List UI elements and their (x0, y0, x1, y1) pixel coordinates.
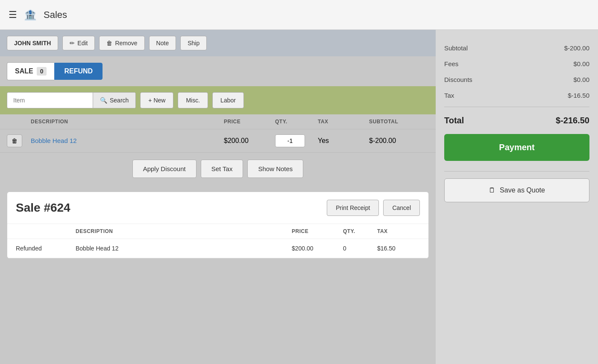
save-quote-label: Save as Quote (500, 186, 545, 194)
sale-table-row: Refunded Bobble Head 12 $200.00 0 $16.50 (7, 239, 428, 258)
refund-tab[interactable]: REFUND (54, 63, 103, 80)
total-value: $-216.50 (556, 116, 589, 125)
subtotal-label: Subtotal (444, 44, 468, 52)
customer-name-button[interactable]: JOHN SMITH (7, 36, 58, 50)
bottom-actions: Apply Discount Set Tax Show Notes (0, 153, 436, 185)
sale-row-status: Refunded (16, 245, 76, 252)
item-price: $200.00 (224, 137, 275, 145)
sale-row-price: $200.00 (292, 245, 343, 252)
sale-info-header: Sale #624 Print Receipt Cancel (7, 192, 428, 224)
table-header: DESCRIPTION PRICE QTY. TAX SUBTOTAL (0, 114, 436, 129)
search-icon: 🔍 (100, 97, 107, 104)
fees-value: $0.00 (573, 60, 589, 67)
misc-button[interactable]: Misc. (178, 92, 208, 108)
discounts-label: Discounts (444, 76, 472, 83)
fees-label: Fees (444, 60, 458, 67)
save-quote-button[interactable]: 🗒 Save as Quote (444, 178, 589, 202)
customer-bar: JOHN SMITH ✏ Edit 🗑 Remove Note Ship (0, 30, 436, 56)
discounts-value: $0.00 (573, 76, 589, 83)
sale-table-header: DESCRIPTION PRICE QTY. TAX (7, 224, 428, 239)
item-search-bar: 🔍 Search + New Misc. Labor (0, 86, 436, 114)
hamburger-icon[interactable]: ☰ (9, 9, 17, 20)
sale-refund-bar: SALE 0 REFUND (0, 56, 436, 86)
items-section: DESCRIPTION PRICE QTY. TAX SUBTOTAL 🗑 Bo… (0, 114, 436, 153)
search-button[interactable]: 🔍 Search (93, 93, 135, 108)
item-tax: Yes (318, 137, 369, 145)
new-button[interactable]: + New (140, 92, 173, 108)
payment-button[interactable]: Payment (444, 134, 589, 161)
item-input-group: 🔍 Search (7, 92, 136, 108)
print-receipt-button[interactable]: Print Receipt (327, 200, 379, 216)
app-logo-icon: 🏦 (24, 9, 37, 21)
labor-button[interactable]: Labor (212, 92, 244, 108)
item-input[interactable] (7, 93, 93, 108)
note-button[interactable]: Note (149, 36, 176, 50)
app-title: Sales (44, 9, 67, 20)
remove-button[interactable]: 🗑 Remove (99, 36, 144, 50)
total-label: Total (444, 116, 464, 125)
item-description-link[interactable]: Bobble Head 12 (31, 137, 77, 144)
sale-row-tax: $16.50 (377, 245, 420, 252)
subtotal-row: Subtotal $-200.00 (444, 40, 589, 56)
save-quote-divider (444, 171, 589, 172)
show-notes-button[interactable]: Show Notes (247, 160, 303, 178)
tax-label: Tax (444, 92, 454, 99)
edit-icon: ✏ (70, 40, 75, 47)
cancel-button[interactable]: Cancel (383, 200, 420, 216)
sale-actions: Print Receipt Cancel (327, 200, 420, 216)
qty-input[interactable] (275, 134, 305, 147)
main-layout: JOHN SMITH ✏ Edit 🗑 Remove Note Ship SAL… (0, 30, 598, 364)
top-bar: ☰ 🏦 Sales (0, 0, 598, 30)
trash-icon: 🗑 (106, 40, 112, 47)
total-row: Total $-216.50 (444, 111, 589, 134)
item-subtotal: $-200.00 (369, 137, 429, 145)
row-delete-button[interactable]: 🗑 (7, 134, 22, 147)
sale-row-description: Bobble Head 12 (76, 245, 292, 252)
sale-row-qty: 0 (343, 245, 377, 252)
tax-value: $-16.50 (568, 92, 589, 99)
edit-button[interactable]: ✏ Edit (62, 36, 95, 50)
ship-button[interactable]: Ship (180, 36, 207, 50)
summary-divider (444, 107, 589, 107)
quote-icon: 🗒 (489, 186, 495, 194)
left-panel: JOHN SMITH ✏ Edit 🗑 Remove Note Ship SAL… (0, 30, 436, 364)
set-tax-button[interactable]: Set Tax (201, 160, 243, 178)
sale-number: Sale #624 (16, 201, 70, 215)
sale-count: 0 (37, 67, 47, 76)
fees-row: Fees $0.00 (444, 56, 589, 72)
sale-tab[interactable]: SALE 0 (7, 62, 54, 80)
right-panel: Subtotal $-200.00 Fees $0.00 Discounts $… (436, 30, 598, 364)
tax-row: Tax $-16.50 (444, 87, 589, 103)
discounts-row: Discounts $0.00 (444, 72, 589, 87)
subtotal-value: $-200.00 (564, 44, 589, 52)
sale-info-box: Sale #624 Print Receipt Cancel DESCRIPTI… (7, 192, 429, 259)
apply-discount-button[interactable]: Apply Discount (132, 160, 196, 178)
table-row: 🗑 Bobble Head 12 $200.00 Yes $-200.00 (0, 129, 436, 153)
